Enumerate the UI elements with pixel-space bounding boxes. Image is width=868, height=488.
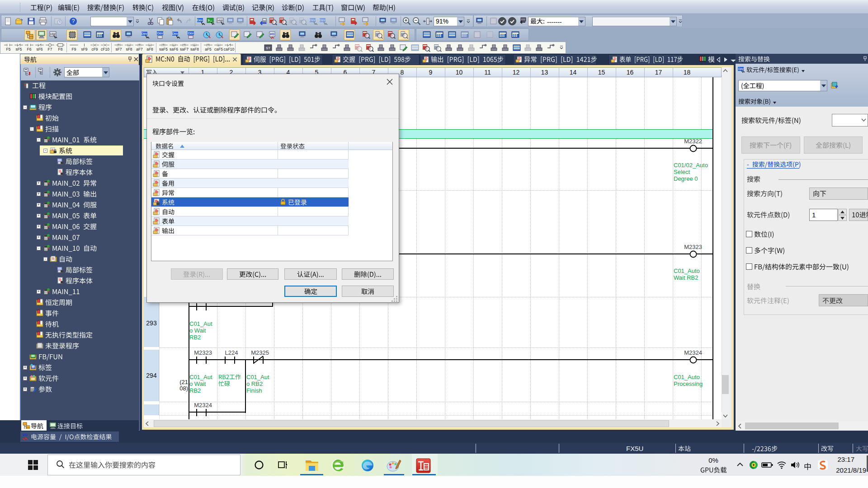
svg-text:HW: HW: [217, 19, 223, 22]
svg-text:ST: ST: [266, 46, 270, 50]
svg-text:I/O: I/O: [270, 33, 274, 36]
svg-text:Dev: Dev: [197, 19, 203, 22]
svg-text:Dev: Dev: [142, 32, 147, 35]
svg-text:HW: HW: [50, 33, 56, 36]
svg-text:Dev: Dev: [310, 19, 316, 22]
svg-text:Dev: Dev: [738, 67, 744, 70]
svg-text:I/O: I/O: [23, 433, 28, 437]
svg-text:?: ?: [72, 18, 75, 24]
svg-text:Dev: Dev: [320, 19, 326, 22]
svg-text:Dev: Dev: [172, 32, 178, 35]
svg-text:Dev: Dev: [157, 32, 163, 35]
svg-text:Dev: Dev: [188, 32, 194, 35]
